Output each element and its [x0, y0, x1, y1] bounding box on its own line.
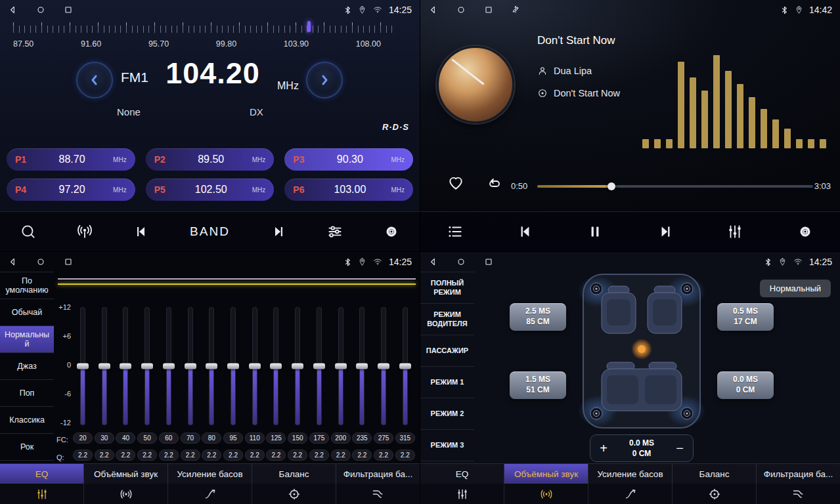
playlist-icon[interactable]: [444, 220, 466, 243]
eq-preset-item[interactable]: Поп: [0, 380, 54, 407]
eq-gain-slider[interactable]: [269, 307, 282, 425]
eq-preset-item[interactable]: Джаз: [0, 353, 54, 380]
progress-bar[interactable]: [537, 185, 813, 188]
audio-settings-tab[interactable]: Фильтрация ба...: [757, 464, 840, 484]
audio-settings-tab[interactable]: Объёмный звук: [84, 464, 168, 484]
eq-sliders-icon[interactable]: [0, 484, 84, 504]
nav-back-icon[interactable]: [8, 5, 18, 15]
preset-button[interactable]: P3 90.30 MHz: [284, 148, 413, 171]
preset-button[interactable]: P5 102.50 MHz: [146, 178, 275, 201]
delay-rear-left[interactable]: 1.5 MS 51 CM: [510, 371, 566, 399]
eq-slider-knob[interactable]: [356, 364, 368, 369]
nav-back-icon[interactable]: [8, 257, 18, 267]
eq-slider-knob[interactable]: [270, 364, 282, 369]
eq-gain-slider[interactable]: [291, 307, 304, 425]
eq-slider-knob[interactable]: [378, 364, 389, 369]
nav-back-icon[interactable]: [428, 5, 439, 15]
eq-gain-slider[interactable]: [98, 307, 111, 425]
eq-sliders-icon[interactable]: [420, 484, 504, 504]
tune-down-button[interactable]: [76, 62, 113, 98]
bass-boost-icon[interactable]: [588, 484, 673, 504]
eq-slider-knob[interactable]: [141, 364, 153, 369]
nav-home-icon[interactable]: [456, 257, 466, 267]
audio-settings-tab[interactable]: EQ: [420, 464, 504, 484]
eq-preset-item[interactable]: Классика: [0, 407, 54, 434]
eq-slider-knob[interactable]: [206, 364, 217, 369]
eq-slider-knob[interactable]: [185, 364, 196, 369]
audio-settings-tab[interactable]: EQ: [0, 464, 84, 484]
eq-preset-item[interactable]: Рок: [0, 434, 54, 461]
eq-slider-knob[interactable]: [120, 364, 131, 369]
previous-track-icon[interactable]: [131, 221, 152, 242]
eq-slider-knob[interactable]: [399, 364, 411, 369]
listening-mode-item[interactable]: РЕЖИМ 3: [420, 430, 474, 461]
favorite-heart-icon[interactable]: [445, 173, 466, 195]
delay-increase-button[interactable]: +: [590, 435, 617, 461]
bass-boost-icon[interactable]: [168, 484, 252, 504]
pause-icon[interactable]: [584, 220, 606, 243]
previous-track-icon[interactable]: [514, 220, 537, 243]
eq-slider-knob[interactable]: [163, 364, 175, 369]
eq-gain-slider[interactable]: [141, 307, 154, 425]
delay-front-right[interactable]: 0.5 MS 17 CM: [717, 303, 774, 331]
repeat-icon[interactable]: [485, 175, 504, 195]
audio-settings-tab[interactable]: Объёмный звук: [504, 464, 588, 484]
audio-settings-tab[interactable]: Фильтрация ба...: [336, 464, 420, 484]
nav-recents-icon[interactable]: [63, 5, 74, 15]
eq-slider-knob[interactable]: [99, 364, 110, 369]
listening-mode-item[interactable]: ПАССАЖИР: [420, 335, 474, 367]
eq-gain-slider[interactable]: [227, 307, 240, 425]
eq-gain-slider[interactable]: [76, 307, 89, 425]
eq-gain-slider[interactable]: [334, 307, 347, 425]
eq-gain-slider[interactable]: [355, 307, 368, 425]
crossover-filter-icon[interactable]: [336, 484, 420, 504]
listening-mode-item[interactable]: РЕЖИМ ВОДИТЕЛЯ: [420, 304, 474, 335]
delay-decrease-button[interactable]: −: [667, 435, 693, 461]
audio-settings-tab[interactable]: Баланс: [252, 464, 336, 484]
settings-gear-icon[interactable]: [380, 220, 403, 243]
next-track-icon[interactable]: [654, 220, 676, 243]
eq-slider-knob[interactable]: [335, 364, 347, 369]
surround-sound-icon[interactable]: [84, 484, 168, 504]
preset-button[interactable]: P1 88.70 MHz: [7, 148, 135, 171]
tune-settings-icon[interactable]: [324, 220, 346, 243]
eq-preset-item[interactable]: По умолчанию: [0, 272, 54, 299]
tune-up-button[interactable]: [306, 62, 343, 98]
delay-front-left[interactable]: 2.5 MS 85 CM: [510, 303, 566, 331]
audio-settings-tab[interactable]: Усиление басов: [588, 464, 673, 484]
eq-slider-knob[interactable]: [77, 364, 89, 369]
nav-recents-icon[interactable]: [63, 257, 74, 267]
balance-icon[interactable]: [252, 484, 336, 504]
listening-mode-item[interactable]: РЕЖИМ 1: [420, 367, 474, 398]
eq-slider-knob[interactable]: [227, 364, 239, 369]
nav-recents-icon[interactable]: [483, 257, 494, 267]
eq-gain-slider[interactable]: [162, 307, 175, 425]
eq-gain-slider[interactable]: [119, 307, 132, 425]
eq-slider-knob[interactable]: [292, 364, 303, 369]
preset-button[interactable]: P6 103.00 MHz: [284, 178, 413, 201]
audio-settings-tab[interactable]: Баланс: [673, 464, 757, 484]
delay-rear-right[interactable]: 0.0 MS 0 CM: [717, 371, 774, 399]
eq-preset-item[interactable]: Нормальный: [0, 326, 54, 353]
eq-gain-slider[interactable]: [184, 307, 197, 425]
band-button[interactable]: BAND: [186, 224, 234, 240]
nav-recents-icon[interactable]: [483, 5, 494, 15]
progress-thumb[interactable]: [608, 182, 615, 190]
eq-slider-knob[interactable]: [313, 364, 325, 369]
frequency-ruler[interactable]: 87.5091.6095.7099.80103.90108.00: [0, 20, 420, 54]
eq-gain-slider[interactable]: [399, 307, 412, 425]
nav-home-icon[interactable]: [35, 257, 46, 267]
surround-sound-icon[interactable]: [504, 484, 588, 504]
balance-icon[interactable]: [673, 484, 757, 504]
profile-badge[interactable]: Нормальный: [760, 280, 831, 297]
audio-settings-tab[interactable]: Усиление басов: [168, 464, 252, 484]
nav-home-icon[interactable]: [456, 5, 466, 15]
eq-gain-slider[interactable]: [248, 307, 261, 425]
eq-slider-knob[interactable]: [249, 364, 261, 369]
next-track-icon[interactable]: [268, 221, 289, 242]
crossover-filter-icon[interactable]: [757, 484, 840, 504]
broadcast-icon[interactable]: [74, 220, 96, 243]
nav-back-icon[interactable]: [428, 257, 439, 267]
mixer-icon[interactable]: [724, 220, 746, 243]
eq-gain-slider[interactable]: [205, 307, 218, 425]
